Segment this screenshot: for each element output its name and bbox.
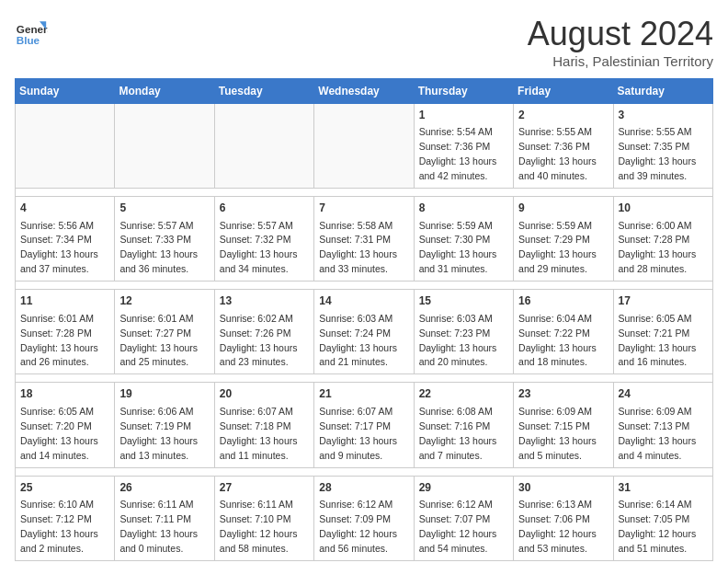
day-number: 6	[220, 201, 309, 216]
week-divider	[16, 282, 713, 290]
day-detail: Sunrise: 6:04 AMSunset: 7:22 PMDaylight:…	[518, 313, 597, 368]
day-number: 13	[220, 293, 309, 309]
day-number: 8	[419, 201, 508, 216]
logo-icon: General Blue	[15, 15, 48, 48]
calendar-cell: 12Sunrise: 6:01 AMSunset: 7:27 PMDayligh…	[115, 290, 214, 374]
day-detail: Sunrise: 6:12 AMSunset: 7:07 PMDaylight:…	[419, 499, 497, 554]
day-header-friday: Friday	[514, 79, 613, 104]
calendar-cell: 13Sunrise: 6:02 AMSunset: 7:26 PMDayligh…	[214, 290, 313, 374]
calendar-cell: 31Sunrise: 6:14 AMSunset: 7:05 PMDayligh…	[613, 476, 712, 560]
day-detail: Sunrise: 6:07 AMSunset: 7:18 PMDaylight:…	[220, 406, 298, 461]
day-number: 15	[419, 293, 508, 309]
calendar-week-3: 11Sunrise: 6:01 AMSunset: 7:28 PMDayligh…	[16, 290, 713, 374]
calendar-cell: 16Sunrise: 6:04 AMSunset: 7:22 PMDayligh…	[514, 290, 613, 374]
month-year-title: August 2024	[528, 15, 713, 53]
day-number: 27	[220, 480, 309, 496]
day-detail: Sunrise: 6:07 AMSunset: 7:17 PMDaylight:…	[319, 406, 397, 461]
calendar-cell: 4Sunrise: 5:56 AMSunset: 7:34 PMDaylight…	[16, 197, 115, 282]
day-detail: Sunrise: 6:09 AMSunset: 7:13 PMDaylight:…	[619, 406, 697, 461]
calendar-cell: 2Sunrise: 5:55 AMSunset: 7:36 PMDaylight…	[514, 104, 613, 189]
day-number: 20	[220, 386, 309, 402]
day-header-saturday: Saturday	[613, 79, 712, 104]
logo: General Blue	[15, 15, 48, 48]
day-detail: Sunrise: 5:58 AMSunset: 7:31 PMDaylight:…	[319, 220, 397, 275]
location-subtitle: Haris, Palestinian Territory	[528, 53, 713, 69]
day-detail: Sunrise: 6:09 AMSunset: 7:15 PMDaylight:…	[518, 406, 597, 461]
day-number: 11	[20, 293, 109, 309]
day-number: 4	[20, 201, 109, 216]
day-header-tuesday: Tuesday	[214, 79, 313, 104]
day-number: 7	[319, 201, 408, 216]
week-divider	[16, 189, 713, 197]
day-detail: Sunrise: 6:03 AMSunset: 7:23 PMDaylight:…	[419, 313, 497, 368]
calendar-cell: 8Sunrise: 5:59 AMSunset: 7:30 PMDaylight…	[414, 197, 513, 282]
svg-text:Blue: Blue	[17, 34, 40, 46]
day-detail: Sunrise: 6:05 AMSunset: 7:21 PMDaylight:…	[619, 313, 697, 368]
calendar-cell: 22Sunrise: 6:08 AMSunset: 7:16 PMDayligh…	[414, 383, 513, 467]
day-detail: Sunrise: 5:54 AMSunset: 7:36 PMDaylight:…	[419, 126, 497, 181]
day-header-sunday: Sunday	[16, 79, 115, 104]
calendar-cell: 5Sunrise: 5:57 AMSunset: 7:33 PMDaylight…	[115, 197, 214, 282]
calendar-cell	[314, 104, 414, 189]
calendar-cell: 18Sunrise: 6:05 AMSunset: 7:20 PMDayligh…	[16, 383, 115, 467]
calendar-header: SundayMondayTuesdayWednesdayThursdayFrid…	[16, 79, 713, 104]
day-detail: Sunrise: 5:57 AMSunset: 7:32 PMDaylight:…	[220, 220, 298, 275]
day-detail: Sunrise: 6:12 AMSunset: 7:09 PMDaylight:…	[319, 499, 397, 554]
calendar-cell: 19Sunrise: 6:06 AMSunset: 7:19 PMDayligh…	[115, 383, 214, 467]
calendar-cell: 29Sunrise: 6:12 AMSunset: 7:07 PMDayligh…	[414, 476, 513, 560]
calendar-cell	[214, 104, 313, 189]
day-number: 2	[518, 108, 608, 123]
calendar-cell: 14Sunrise: 6:03 AMSunset: 7:24 PMDayligh…	[314, 290, 414, 374]
calendar-cell: 10Sunrise: 6:00 AMSunset: 7:28 PMDayligh…	[613, 197, 712, 282]
page-header: General Blue August 2024 Haris, Palestin…	[15, 15, 713, 69]
day-detail: Sunrise: 6:01 AMSunset: 7:28 PMDaylight:…	[20, 313, 98, 368]
day-detail: Sunrise: 6:10 AMSunset: 7:12 PMDaylight:…	[20, 499, 98, 554]
calendar-table: SundayMondayTuesdayWednesdayThursdayFrid…	[15, 78, 713, 561]
day-detail: Sunrise: 6:03 AMSunset: 7:24 PMDaylight:…	[319, 313, 397, 368]
week-divider	[16, 374, 713, 383]
calendar-week-1: 1Sunrise: 5:54 AMSunset: 7:36 PMDaylight…	[16, 104, 713, 189]
calendar-cell: 28Sunrise: 6:12 AMSunset: 7:09 PMDayligh…	[314, 476, 414, 560]
day-header-thursday: Thursday	[414, 79, 513, 104]
calendar-cell: 15Sunrise: 6:03 AMSunset: 7:23 PMDayligh…	[414, 290, 513, 374]
day-number: 5	[119, 201, 209, 216]
days-of-week-row: SundayMondayTuesdayWednesdayThursdayFrid…	[16, 79, 713, 104]
day-number: 29	[419, 480, 508, 496]
day-number: 25	[20, 480, 109, 496]
calendar-cell: 6Sunrise: 5:57 AMSunset: 7:32 PMDaylight…	[214, 197, 313, 282]
day-detail: Sunrise: 6:02 AMSunset: 7:26 PMDaylight:…	[220, 313, 298, 368]
day-detail: Sunrise: 6:13 AMSunset: 7:06 PMDaylight:…	[518, 499, 597, 554]
day-number: 1	[419, 108, 508, 123]
day-detail: Sunrise: 5:59 AMSunset: 7:30 PMDaylight:…	[419, 220, 497, 275]
day-number: 22	[419, 386, 508, 402]
title-block: August 2024 Haris, Palestinian Territory	[528, 15, 713, 69]
day-number: 12	[119, 293, 209, 309]
day-detail: Sunrise: 6:08 AMSunset: 7:16 PMDaylight:…	[419, 406, 497, 461]
day-header-wednesday: Wednesday	[314, 79, 414, 104]
day-header-monday: Monday	[115, 79, 214, 104]
day-number: 31	[619, 480, 708, 496]
calendar-cell	[16, 104, 115, 189]
calendar-cell: 24Sunrise: 6:09 AMSunset: 7:13 PMDayligh…	[613, 383, 712, 467]
calendar-cell: 23Sunrise: 6:09 AMSunset: 7:15 PMDayligh…	[514, 383, 613, 467]
calendar-cell: 11Sunrise: 6:01 AMSunset: 7:28 PMDayligh…	[16, 290, 115, 374]
day-detail: Sunrise: 6:01 AMSunset: 7:27 PMDaylight:…	[119, 313, 198, 368]
calendar-cell: 9Sunrise: 5:59 AMSunset: 7:29 PMDaylight…	[514, 197, 613, 282]
day-number: 10	[619, 201, 708, 216]
calendar-cell: 20Sunrise: 6:07 AMSunset: 7:18 PMDayligh…	[214, 383, 313, 467]
calendar-cell: 27Sunrise: 6:11 AMSunset: 7:10 PMDayligh…	[214, 476, 313, 560]
day-number: 24	[619, 386, 708, 402]
week-divider	[16, 467, 713, 476]
day-detail: Sunrise: 6:00 AMSunset: 7:28 PMDaylight:…	[619, 220, 697, 275]
day-detail: Sunrise: 5:55 AMSunset: 7:36 PMDaylight:…	[518, 126, 597, 181]
calendar-cell: 3Sunrise: 5:55 AMSunset: 7:35 PMDaylight…	[613, 104, 712, 189]
day-detail: Sunrise: 5:59 AMSunset: 7:29 PMDaylight:…	[518, 220, 597, 275]
day-number: 28	[319, 480, 408, 496]
calendar-week-5: 25Sunrise: 6:10 AMSunset: 7:12 PMDayligh…	[16, 476, 713, 560]
day-detail: Sunrise: 6:05 AMSunset: 7:20 PMDaylight:…	[20, 406, 98, 461]
calendar-cell: 17Sunrise: 6:05 AMSunset: 7:21 PMDayligh…	[613, 290, 712, 374]
day-detail: Sunrise: 6:06 AMSunset: 7:19 PMDaylight:…	[119, 406, 198, 461]
calendar-week-2: 4Sunrise: 5:56 AMSunset: 7:34 PMDaylight…	[16, 197, 713, 282]
calendar-cell: 30Sunrise: 6:13 AMSunset: 7:06 PMDayligh…	[514, 476, 613, 560]
day-number: 17	[619, 293, 708, 309]
